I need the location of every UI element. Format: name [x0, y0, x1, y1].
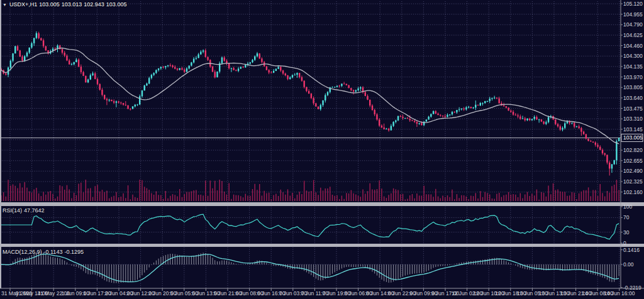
candle-body [40, 38, 42, 40]
price-axis-label: 102.655 [623, 158, 643, 164]
candle-body [578, 126, 579, 128]
candle-body [162, 67, 164, 67]
candle-body [357, 89, 358, 90]
candle-body [179, 68, 180, 70]
candle-body [407, 118, 408, 119]
candle-body [14, 46, 16, 54]
macd-name: MACD(12,26,9) [3, 249, 42, 255]
candle-body [28, 48, 30, 53]
price-axis-label: 103.145 [623, 126, 643, 133]
chart-window: 105.120104.955104.790104.625104.460104.3… [0, 0, 644, 299]
macd-value: -0.1143 [44, 249, 63, 255]
candle-body [85, 76, 86, 82]
candle-body [562, 128, 563, 130]
candle-body [355, 90, 357, 92]
candle-body [477, 105, 479, 106]
candle-body [36, 33, 37, 38]
candle-body [250, 62, 251, 63]
candle-body [308, 91, 309, 94]
candle-body [618, 138, 619, 141]
candle-body [369, 100, 370, 106]
rsi-name: RSI(14) [3, 207, 22, 214]
candle-body [170, 65, 171, 66]
candle-body [590, 141, 591, 141]
candle-body [301, 77, 303, 81]
candle-body [606, 155, 608, 162]
candle-body [259, 53, 260, 58]
candle-body [90, 75, 91, 80]
rsi-value: 47.7642 [24, 207, 45, 214]
price-axis-label: 103.805 [623, 84, 643, 90]
candle-body [541, 119, 542, 121]
candle-body [275, 69, 277, 71]
candle-body [533, 117, 535, 119]
candle-body [350, 88, 352, 90]
candle-body [536, 117, 537, 119]
candle-body [397, 116, 399, 121]
window-left-edge [0, 0, 1, 288]
candle-body [526, 119, 528, 121]
candle-body [64, 53, 65, 56]
price-axis-label: 102.490 [623, 168, 643, 174]
candle-body [353, 90, 354, 92]
candle-body [69, 60, 70, 64]
candle-body [205, 50, 206, 57]
candle-body [616, 141, 617, 160]
candle-body [348, 85, 349, 89]
candle-body [391, 126, 392, 131]
candle-body [167, 65, 169, 66]
candle-body [320, 105, 321, 109]
candle-body [277, 67, 279, 69]
candle-body [475, 105, 476, 107]
candle-body [311, 94, 312, 98]
candle-body [327, 92, 328, 95]
candle-body [452, 112, 453, 114]
candle-body [78, 60, 79, 67]
candle-body [313, 98, 314, 103]
candle-body [325, 95, 326, 100]
candle-body [268, 70, 269, 73]
price-axis-label: 105.120 [623, 1, 643, 7]
candle-body [414, 121, 415, 122]
candle-body [289, 77, 291, 79]
candle-body [214, 72, 216, 77]
chart-symbol-period: USDX+,H1 [9, 1, 37, 8]
candle-body [336, 86, 338, 87]
candle-body [489, 99, 491, 101]
candle-body [10, 61, 11, 68]
candle-body [191, 62, 192, 65]
candle-body [580, 128, 582, 132]
candlestick-chart[interactable]: 105.120104.955104.790104.625104.460104.3… [0, 0, 644, 299]
candle-body [465, 107, 467, 109]
chart-title: ▼USDX+,H1103.005103.013102.943103.005 [3, 1, 128, 8]
candle-body [472, 107, 474, 108]
candle-body [66, 56, 67, 61]
candle-body [21, 57, 23, 60]
candle-body [142, 90, 143, 96]
candle-body [506, 106, 507, 107]
candle-body [181, 68, 182, 70]
candle-body [388, 129, 389, 131]
candle-body [435, 111, 436, 114]
candle-body [597, 145, 598, 147]
candle-body [315, 104, 316, 107]
candle-body [343, 84, 345, 84]
candle-body [238, 68, 239, 71]
candle-body [404, 118, 406, 119]
candle-body [172, 65, 173, 67]
candle-body [519, 116, 521, 119]
candle-body [428, 117, 429, 120]
candle-body [458, 109, 460, 110]
candle-body [266, 67, 267, 70]
candle-body [480, 103, 481, 106]
candle-body [529, 119, 530, 120]
candle-body [203, 50, 204, 52]
candle-body [430, 114, 431, 117]
candle-body [365, 92, 366, 96]
candle-body [99, 84, 101, 90]
candle-body [252, 60, 253, 62]
candle-body [106, 99, 108, 101]
candle-body [447, 115, 448, 117]
candle-body [273, 71, 274, 73]
candle-body [177, 68, 178, 70]
